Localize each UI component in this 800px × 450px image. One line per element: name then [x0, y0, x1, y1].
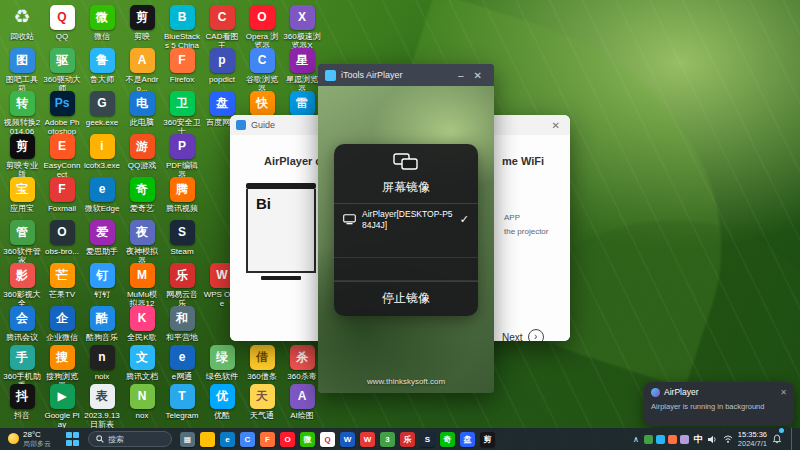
desktop-icon-geek.exe[interactable]: Ggeek.exe [83, 91, 121, 127]
taskbar-app-WPS[interactable]: W [360, 432, 375, 447]
desktop-icon-icofx3.exe[interactable]: iicofx3.exe [83, 134, 121, 170]
taskbar-app-谷歌浏览器[interactable]: C [240, 432, 255, 447]
taskbar-app-任务视图[interactable]: ▦ [180, 432, 195, 447]
desktop-icon-夜神模拟器[interactable]: 夜夜神模拟器 [123, 220, 161, 265]
taskbar-search[interactable]: 搜索 [88, 431, 172, 447]
notification-bell-icon[interactable] [772, 430, 782, 448]
desktop-icon-360杀毒[interactable]: 杀360杀毒 [283, 345, 321, 381]
desktop-icon-和平营地[interactable]: 和和平营地 [163, 306, 201, 342]
desktop-icon-此电脑[interactable]: 电此电脑 [123, 91, 161, 127]
desktop-icon-CAD看图王[interactable]: CCAD看图王 [203, 5, 241, 50]
desktop-icon-爱思助手[interactable]: 爱爱思助手 [83, 220, 121, 256]
desktop-icon-QQ[interactable]: QQQ [43, 5, 81, 41]
check-icon: ✓ [460, 213, 469, 226]
desktop-icon-钉钉[interactable]: 钉钉钉 [83, 263, 121, 299]
taskbar-app-QQ[interactable]: Q [320, 432, 335, 447]
taskbar-app-Steam[interactable]: S [420, 432, 435, 447]
tray-icon-网盘[interactable] [656, 435, 665, 444]
desktop-icon-Firefox[interactable]: FFirefox [163, 48, 201, 84]
desktop-icon-e网通[interactable]: ee网通 [163, 345, 201, 381]
taskbar-app-微信[interactable]: 微 [300, 432, 315, 447]
next-button[interactable]: Next › [502, 329, 544, 341]
desktop-icon-QQ游戏[interactable]: 游QQ游戏 [123, 134, 161, 170]
desktop-icon-Opera 浏览器[interactable]: OOpera 浏览器 [243, 5, 281, 50]
desktop-icon-微软Edge[interactable]: e微软Edge [83, 177, 121, 213]
desktop-icon-爱奇艺[interactable]: 奇爱奇艺 [123, 177, 161, 213]
desktop-icon-优酷[interactable]: 优优酷 [203, 384, 241, 420]
desktop-icon-MuMu模拟器12[interactable]: MMuMu模拟器12 [123, 263, 161, 308]
desktop-icon-360安全卫士[interactable]: 卫360安全卫士 [163, 91, 201, 136]
desktop-icon-360极速浏览器X[interactable]: X360极速浏览器X [283, 5, 321, 50]
close-icon[interactable]: ✕ [469, 70, 487, 81]
desktop-icon-360软件管家[interactable]: 管360软件管家 [3, 220, 41, 265]
desktop-icon-360借条[interactable]: 借360借条 [243, 345, 281, 381]
ime-indicator[interactable]: 中 [694, 433, 703, 446]
desktop-icon-回收站[interactable]: ♻回收站 [3, 5, 41, 41]
airplayer-titlebar[interactable]: iTools AirPlayer – ✕ [318, 64, 494, 86]
desktop-icon-星愿浏览器[interactable]: 星星愿浏览器 [283, 48, 321, 93]
desktop-icon-BlueStacks 5 China[interactable]: BBlueStacks 5 China [163, 5, 201, 50]
desktop-icon-Steam[interactable]: SSteam [163, 220, 201, 256]
desktop-icon-剪映[interactable]: 剪剪映 [123, 5, 161, 41]
taskbar-clock[interactable]: 15:35:36 2024/7/1 [738, 430, 767, 448]
desktop-icon-谷歌浏览器[interactable]: C谷歌浏览器 [243, 48, 281, 93]
minimize-icon[interactable]: – [453, 70, 469, 81]
desktop-icon-全民K歌[interactable]: K全民K歌 [123, 306, 161, 342]
tray-overflow-icon[interactable]: ∧ [633, 435, 639, 444]
desktop-icon-Telegram[interactable]: TTelegram [163, 384, 201, 420]
mirror-device-row[interactable]: AirPlayer[DESKTOP-P584J4J] ✓ [334, 204, 478, 235]
taskbar-app-Word[interactable]: W [340, 432, 355, 447]
desktop-icon-腾讯视频[interactable]: 腾腾讯视频 [163, 177, 201, 213]
desktop-icon-AI绘图[interactable]: AAI绘图 [283, 384, 321, 420]
desktop-icon-PDF编辑器[interactable]: PPDF编辑器 [163, 134, 201, 179]
desktop-icon-鲁大师[interactable]: 鲁鲁大师 [83, 48, 121, 84]
desktop-icon-Google Play[interactable]: ▶Google Play [43, 384, 81, 429]
desktop-icon-360影视大全[interactable]: 影360影视大全 [3, 263, 41, 308]
close-icon[interactable]: ✕ [548, 120, 564, 131]
desktop-icon-2023.9.13日新表[interactable]: 表2023.9.13日新表 [83, 384, 121, 429]
network-icon[interactable] [723, 435, 733, 443]
taskbar-weather-widget[interactable]: 28°C 局部多云 [4, 430, 55, 447]
volume-icon[interactable] [708, 435, 718, 444]
show-desktop-button[interactable] [791, 428, 794, 450]
desktop-icon-不是Andro...[interactable]: A不是Andro... [123, 48, 161, 93]
desktop-icon-obs-bro...[interactable]: Oobs-bro... [43, 220, 81, 256]
close-icon[interactable]: ✕ [780, 388, 787, 397]
desktop-icon-360驱动大师[interactable]: 驱360驱动大师 [43, 48, 81, 93]
desktop-icon-noix[interactable]: nnoix [83, 345, 121, 381]
start-button[interactable] [65, 432, 80, 447]
taskbar-app-Firefox[interactable]: F [260, 432, 275, 447]
desktop-icon-腾讯文档[interactable]: 文腾讯文档 [123, 345, 161, 381]
desktop-icon-Adobe Photoshop[interactable]: PsAdobe Photoshop [43, 91, 81, 136]
taskbar-app-Microsoft Edge[interactable]: e [220, 432, 235, 447]
desktop-icon-芒果TV[interactable]: 芒芒果TV [43, 263, 81, 299]
desktop-icon-网易云音乐[interactable]: 乐网易云音乐 [163, 263, 201, 308]
taskbar-app-网易云音乐[interactable]: 乐 [400, 432, 415, 447]
taskbar-app-爱奇艺[interactable]: 奇 [440, 432, 455, 447]
desktop-icon-视频转换2014.06[interactable]: 转视频转换2014.06 [3, 91, 41, 136]
desktop-icon-EasyConnect[interactable]: EEasyConnect [43, 134, 81, 179]
desktop-icon-图吧工具箱[interactable]: 图图吧工具箱 [3, 48, 41, 93]
taskbar-app-360浏览器[interactable]: 3 [380, 432, 395, 447]
desktop-icon-企业微信[interactable]: 企企业微信 [43, 306, 81, 342]
desktop-icon-popdict[interactable]: ppopdict [203, 48, 241, 84]
notification-toast[interactable]: AirPlayer ✕ Airplayer is running in back… [644, 382, 794, 426]
desktop-icon-微信[interactable]: 微微信 [83, 5, 121, 41]
desktop-icon-绿色软件[interactable]: 绿绿色软件 [203, 345, 241, 381]
desktop-icon-剪映专业版[interactable]: 剪剪映专业版 [3, 134, 41, 179]
desktop-icon-应用宝[interactable]: 宝应用宝 [3, 177, 41, 213]
desktop-icon-Foxmail[interactable]: FFoxmail [43, 177, 81, 213]
desktop-icon-nox[interactable]: Nnox [123, 384, 161, 420]
tray-icon-输入法工具[interactable] [680, 435, 689, 444]
desktop-icon-天气通[interactable]: 天天气通 [243, 384, 281, 420]
desktop-icon-腾讯会议[interactable]: 会腾讯会议 [3, 306, 41, 342]
stop-mirroring-button[interactable]: 停止镜像 [334, 281, 478, 316]
tray-icon-下载工具[interactable] [668, 435, 677, 444]
tray-icon-安全卫士[interactable] [644, 435, 653, 444]
taskbar-app-百度网盘[interactable]: 盘 [460, 432, 475, 447]
taskbar-app-剪映[interactable]: 剪 [480, 432, 495, 447]
taskbar-app-Opera[interactable]: O [280, 432, 295, 447]
taskbar-app-文件资源管理器[interactable] [200, 432, 215, 447]
desktop-icon-酷狗音乐[interactable]: 酷酷狗音乐 [83, 306, 121, 342]
desktop-icon-抖音[interactable]: 抖抖音 [3, 384, 41, 420]
